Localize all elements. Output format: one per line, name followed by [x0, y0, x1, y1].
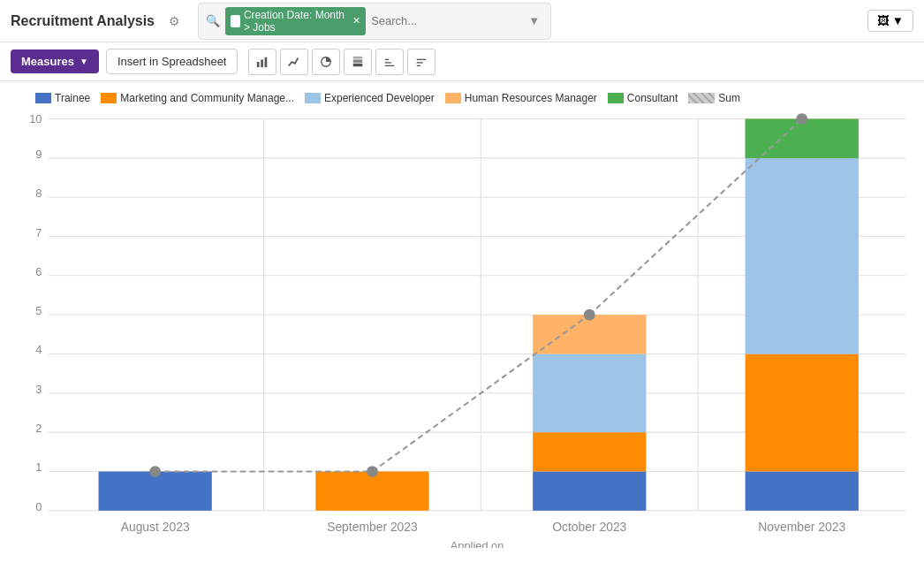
x-label-oct: October 2023: [552, 521, 626, 534]
search-dropdown-arrow[interactable]: ▼: [525, 12, 543, 29]
insert-label: Insert in Spreadsheet: [117, 55, 227, 68]
svg-text:2: 2: [35, 422, 42, 435]
measures-caret: ▼: [80, 57, 88, 66]
legend-color-sum: [688, 93, 715, 103]
legend-color-hr: [445, 93, 461, 103]
legend-label-sum: Sum: [718, 92, 740, 104]
page-title: Recruitment Analysis: [11, 13, 155, 29]
bar-nov-trainee: [746, 471, 859, 510]
svg-text:0: 0: [35, 500, 42, 513]
legend-consultant: Consultant: [608, 92, 678, 104]
bar-nov-expdev: [746, 158, 859, 354]
measures-label: Measures: [21, 55, 74, 68]
legend-sum: Sum: [688, 92, 740, 104]
svg-text:6: 6: [35, 265, 42, 278]
x-axis-label: Applied on: [451, 539, 504, 548]
sum-dot-sep: [367, 466, 378, 477]
chart-container: Trainee Marketing and Community Manage..…: [0, 81, 924, 578]
legend-color-trainee: [35, 93, 51, 103]
legend-label-exp-dev: Experienced Developer: [324, 92, 435, 104]
legend-color-exp-dev: [305, 93, 321, 103]
legend-hr: Human Resources Manager: [445, 92, 597, 104]
sort-asc-icon: [383, 55, 396, 69]
screenshot-button[interactable]: 🖼 ▼: [867, 10, 913, 32]
svg-rect-4: [353, 63, 363, 66]
sort-asc-button[interactable]: [375, 49, 404, 75]
legend-label-marketing: Marketing and Community Manage...: [120, 92, 294, 104]
legend-marketing: Marketing and Community Manage...: [101, 92, 294, 104]
bar-oct-hr: [533, 315, 646, 354]
bar-oct-marketing: [533, 432, 646, 471]
search-bar: 🔍 Creation Date: Month > Jobs ✕ ▼: [198, 3, 551, 40]
svg-text:5: 5: [35, 304, 42, 317]
bar-nov-consultant: [746, 119, 859, 158]
measures-button[interactable]: Measures ▼: [11, 49, 99, 73]
svg-text:10: 10: [29, 112, 42, 125]
svg-rect-0: [257, 62, 260, 67]
bar-chart-button[interactable]: [248, 49, 276, 75]
svg-rect-6: [353, 56, 363, 58]
legend-label-consultant: Consultant: [627, 92, 678, 104]
legend-trainee: Trainee: [35, 92, 90, 104]
screenshot-dropdown[interactable]: ▼: [892, 14, 904, 27]
svg-text:3: 3: [35, 383, 42, 396]
bar-chart-icon: [256, 55, 269, 69]
stacked-button[interactable]: [344, 49, 372, 75]
sort-desc-icon: [415, 55, 428, 69]
legend-label-trainee: Trainee: [55, 92, 90, 104]
x-label-sep: September 2023: [327, 521, 418, 534]
insert-spreadsheet-button[interactable]: Insert in Spreadsheet: [106, 49, 239, 74]
gear-icon[interactable]: ⚙: [169, 14, 180, 28]
legend-color-consultant: [608, 93, 624, 103]
filter-tag-close[interactable]: ✕: [352, 15, 360, 27]
sum-dot-oct: [584, 309, 595, 321]
pie-chart-icon: [320, 55, 332, 69]
x-label-nov: November 2023: [758, 521, 845, 534]
filter-tag-label: Creation Date: Month > Jobs: [244, 9, 349, 34]
legend-exp-dev: Experienced Developer: [305, 92, 435, 104]
search-icon: 🔍: [206, 14, 220, 27]
bar-oct-trainee: [533, 471, 646, 510]
screenshot-icon: 🖼: [877, 14, 889, 27]
app-header: Recruitment Analysis ⚙ 🔍 Creation Date: …: [0, 0, 924, 42]
svg-text:4: 4: [35, 344, 42, 357]
pie-chart-button[interactable]: [312, 49, 340, 75]
legend-color-marketing: [101, 93, 117, 103]
bar-sep-marketing: [315, 471, 428, 510]
chart-body: 0 1 2 3 4 5 6 7 8 9 10: [9, 110, 915, 548]
sum-dot-aug: [149, 466, 161, 477]
filter-tag-icon: [231, 15, 240, 27]
svg-text:1: 1: [35, 461, 42, 475]
svg-rect-1: [261, 59, 264, 67]
chart-tools: [248, 49, 435, 75]
svg-text:8: 8: [35, 186, 42, 200]
svg-rect-2: [265, 57, 268, 66]
chart-svg: 0 1 2 3 4 5 6 7 8 9 10: [9, 110, 915, 548]
legend-label-hr: Human Resources Manager: [465, 92, 597, 104]
line-chart-button[interactable]: [280, 49, 308, 75]
bar-oct-expdev: [533, 354, 646, 432]
filter-tag: Creation Date: Month > Jobs ✕: [225, 7, 366, 35]
svg-rect-5: [353, 59, 363, 63]
sort-desc-button[interactable]: [407, 49, 435, 75]
search-input[interactable]: [371, 14, 519, 27]
bar-nov-marketing: [746, 354, 859, 471]
stacked-icon: [352, 55, 364, 69]
svg-text:9: 9: [35, 148, 42, 161]
toolbar: Measures ▼ Insert in Spreadsheet: [0, 42, 924, 81]
svg-text:7: 7: [35, 226, 42, 240]
chart-legend: Trainee Marketing and Community Manage..…: [0, 88, 924, 110]
bar-aug-trainee: [99, 471, 212, 510]
line-chart-icon: [288, 55, 300, 69]
sum-dot-nov: [796, 113, 807, 125]
x-label-aug: August 2023: [121, 521, 190, 534]
